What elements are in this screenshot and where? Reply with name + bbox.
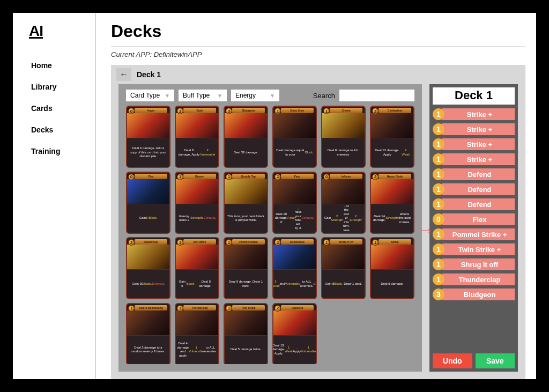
card[interactable]: 2ImperviousGain 30 Block. Exhaust. bbox=[126, 237, 170, 299]
deck-row[interactable]: 1Shrug it off bbox=[433, 258, 515, 271]
card[interactable]: 1ThunderclapDeal 4 damage and apply 1 Vu… bbox=[175, 303, 219, 365]
card-art bbox=[371, 245, 413, 270]
card[interactable]: 2ClotheslineDeal 12 damage. Apply 2 Weak… bbox=[370, 106, 414, 168]
save-button[interactable]: Save bbox=[476, 353, 515, 368]
deck-row[interactable]: 1Defend bbox=[433, 198, 515, 211]
card[interactable]: 1StrikeDeal 6 damage. bbox=[370, 237, 414, 299]
deck-row[interactable]: 1Strike + bbox=[433, 138, 515, 151]
card-art bbox=[225, 113, 267, 138]
card-name: Cleave bbox=[330, 108, 362, 113]
card-name: Strike bbox=[379, 239, 411, 245]
card[interactable]: 1Pommel StrikeDeal 9 damage. Draw 1 card… bbox=[224, 237, 268, 299]
back-button[interactable]: ← bbox=[116, 68, 131, 81]
card[interactable]: 3BludgeonDeal 32 damage. bbox=[224, 106, 268, 168]
search-input[interactable] bbox=[339, 90, 414, 101]
card-name: Uppercut bbox=[281, 305, 314, 310]
deck-row[interactable]: 1Defend bbox=[433, 168, 515, 181]
deck-row[interactable]: 0Flex bbox=[433, 213, 515, 226]
card-art bbox=[127, 310, 169, 336]
card-art bbox=[322, 179, 365, 204]
card-name: Clothesline bbox=[379, 108, 411, 113]
deck-row[interactable]: 1Pommel Strike + bbox=[433, 228, 515, 241]
card-cost-badge: 0 bbox=[323, 174, 330, 180]
card-description: Deal 6 damage. bbox=[371, 270, 413, 298]
nav-item[interactable]: Library bbox=[13, 76, 95, 98]
card-grid: 0AngerDeal 6 damage. Add a copy of this … bbox=[126, 106, 414, 364]
card[interactable]: 1Twin StrikeDeal 5 damage twice. bbox=[224, 303, 268, 365]
card-art bbox=[322, 245, 365, 270]
card-name: Shockwave bbox=[281, 239, 314, 245]
undo-button[interactable]: Undo bbox=[433, 353, 472, 368]
card-art bbox=[225, 310, 267, 336]
card-cost-badge: 1 bbox=[323, 108, 330, 114]
card-cost-badge: 1 bbox=[177, 305, 183, 312]
deck-row-qty: 1 bbox=[433, 273, 444, 285]
card-description: Deal damage equal to your Block. bbox=[273, 138, 316, 167]
nav-item[interactable]: Cards bbox=[13, 98, 95, 119]
card-name: Flex bbox=[135, 174, 167, 179]
card-name: Iron Wave bbox=[183, 239, 216, 245]
card-name: Inflame bbox=[330, 174, 362, 179]
card[interactable]: 1Shrug It OffGain 8 Block. Draw 1 card. bbox=[321, 237, 366, 299]
deck-row-qty: 1 bbox=[433, 243, 444, 255]
filter-buff-type-select[interactable]: Buff Type ▼ bbox=[179, 90, 227, 101]
card[interactable]: 1Double TapThis turn, your next Attack i… bbox=[224, 172, 268, 234]
search-label: Search bbox=[313, 92, 335, 100]
card[interactable]: 1DisarmEnemy loses 2 Strength. Exhaust. bbox=[175, 172, 219, 234]
deck-row-qty: 1 bbox=[433, 138, 444, 150]
deck-row-qty: 1 bbox=[433, 183, 444, 195]
card[interactable]: 0FlexGain 5 Block. bbox=[126, 172, 170, 234]
nav-item[interactable]: Training bbox=[13, 140, 95, 162]
card-cost-badge: 1 bbox=[323, 239, 330, 246]
deck-row[interactable]: 1Defend bbox=[433, 183, 515, 196]
filter-card-type-select[interactable]: Card Type ▼ bbox=[126, 90, 174, 101]
deck-row[interactable]: 1Twin Strike + bbox=[433, 243, 515, 256]
card[interactable]: 1CleaveDeal 8 damage to ALL enemies. bbox=[321, 106, 366, 168]
nav-list: HomeLibraryCardsDecksTraining bbox=[13, 55, 95, 162]
card-cost-badge: 1 bbox=[177, 239, 183, 246]
card-art bbox=[273, 113, 316, 138]
card[interactable]: 2BashDeal 8 damage. Apply 2 Vulnerable. bbox=[175, 106, 219, 168]
deck-row[interactable]: 3Bludgeon bbox=[433, 288, 515, 301]
card-browser: Card Type ▼ Buff Type ▼ Energy ▼ bbox=[118, 84, 422, 372]
card[interactable]: 2FeedDeal 10 damage. If Fatal, raise you… bbox=[272, 172, 317, 234]
deck-row[interactable]: 1Strike + bbox=[433, 123, 515, 136]
card[interactable]: 0InflameGain 2 Strength. At the end of t… bbox=[321, 172, 366, 234]
card[interactable]: 2Heavy BladeDeal 14 damage. Strength aff… bbox=[370, 172, 414, 234]
card[interactable]: 1Body SlamDeal damage equal to your Bloc… bbox=[272, 106, 317, 168]
deck-row-qty: 3 bbox=[433, 289, 444, 300]
card-cost-badge: 2 bbox=[177, 108, 183, 114]
deck-row-label: Strike + bbox=[442, 138, 515, 150]
card-name: Impervious bbox=[135, 239, 167, 245]
deck-row-label: Defend bbox=[442, 198, 515, 210]
card-art bbox=[371, 179, 413, 204]
card[interactable]: 2UppercutDeal 13 damage. Apply 1 Weak. A… bbox=[272, 303, 317, 365]
card-name: Heavy Blade bbox=[379, 174, 411, 179]
deck-row-label: Bludgeon bbox=[442, 289, 515, 300]
card[interactable]: 0AngerDeal 6 damage. Add a copy of this … bbox=[126, 106, 170, 168]
card-cost-badge: 2 bbox=[274, 305, 281, 312]
deck-row-qty: 1 bbox=[433, 153, 444, 165]
arrow-left-icon: ← bbox=[120, 70, 128, 79]
filter-card-type-label: Card Type bbox=[130, 92, 160, 99]
deck-row[interactable]: 1Thunderclap bbox=[433, 273, 515, 286]
card-name: Shrug It Off bbox=[330, 239, 362, 245]
current-app-label: Current APP: DefinitewinAPP bbox=[111, 50, 525, 58]
logo: AI bbox=[29, 23, 95, 40]
deck-row-label: Strike + bbox=[442, 123, 515, 135]
card[interactable]: 1Iron WaveGain 5 Block. Deal 5 damage. bbox=[175, 237, 219, 299]
filter-energy-label: Energy bbox=[235, 92, 256, 99]
card-art bbox=[127, 113, 169, 138]
card-cost-badge: 2 bbox=[128, 239, 135, 246]
deck-row[interactable]: 1Strike + bbox=[433, 153, 515, 166]
card-description: Deal 14 damage. Strength affects this ca… bbox=[371, 204, 413, 233]
deck-row[interactable]: 1Strike + bbox=[433, 108, 515, 121]
nav-item[interactable]: Home bbox=[13, 55, 95, 76]
card-description: Deal 4 damage and apply 1 Vulnerable to … bbox=[176, 336, 218, 364]
card[interactable]: 1Sword BoomerangDeal 3 damage to a rando… bbox=[126, 303, 170, 365]
nav-item[interactable]: Decks bbox=[13, 119, 95, 140]
deck-editor-panel: ← Deck 1 Card Type ▼ Buff Type bbox=[111, 65, 525, 379]
card[interactable]: 2ShockwaveApply 3 Weak and Vulnerable to… bbox=[272, 237, 317, 299]
filter-energy-select[interactable]: Energy ▼ bbox=[231, 90, 279, 101]
card-description: Deal 12 damage. Apply 2 Weak. bbox=[371, 138, 413, 167]
